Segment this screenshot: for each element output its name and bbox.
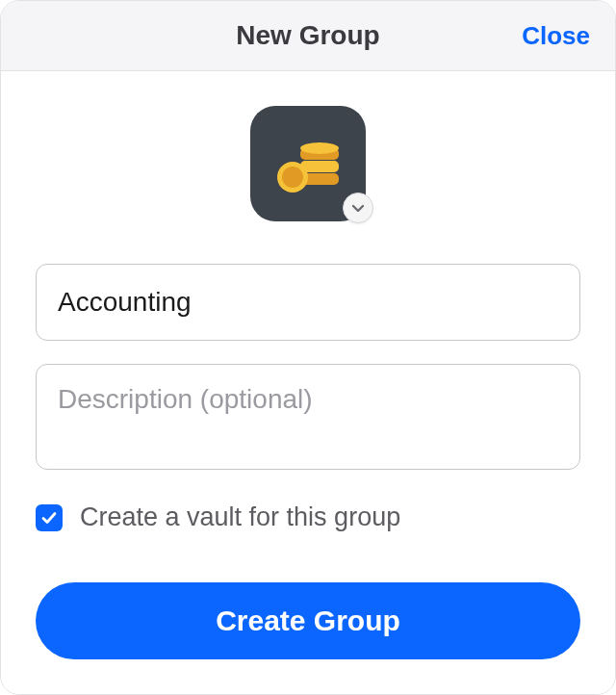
- name-field-wrapper: [36, 264, 580, 341]
- checkmark-icon: [40, 509, 58, 527]
- modal-title: New Group: [236, 20, 379, 51]
- group-name-input[interactable]: [36, 264, 580, 341]
- group-description-input[interactable]: [36, 364, 580, 470]
- close-button[interactable]: Close: [522, 21, 590, 51]
- new-group-modal: New Group Close: [0, 0, 616, 695]
- modal-body: Create a vault for this group Create Gro…: [1, 71, 615, 694]
- chevron-down-icon: [343, 193, 373, 223]
- create-vault-row: Create a vault for this group: [36, 502, 580, 532]
- create-vault-checkbox[interactable]: [36, 504, 63, 531]
- create-vault-label: Create a vault for this group: [80, 502, 400, 532]
- description-field-wrapper: [36, 364, 580, 474]
- svg-point-3: [300, 142, 339, 154]
- group-icon-picker[interactable]: [250, 106, 366, 221]
- modal-header: New Group Close: [1, 1, 615, 71]
- create-group-button[interactable]: Create Group: [36, 582, 580, 659]
- svg-point-5: [282, 167, 303, 188]
